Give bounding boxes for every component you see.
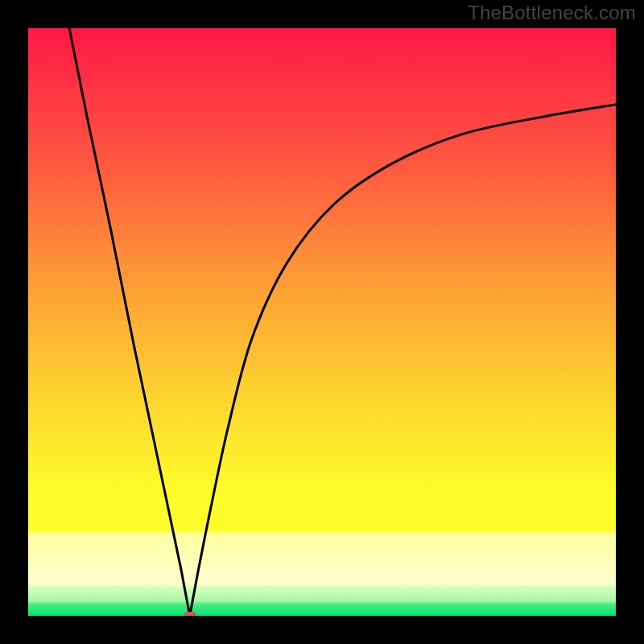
- optimal-point-marker: [184, 612, 196, 616]
- bottleneck-curve: [28, 28, 616, 616]
- plot-area: [28, 28, 616, 616]
- watermark-text: TheBottleneck.com: [468, 2, 636, 24]
- chart-frame: TheBottleneck.com: [0, 0, 644, 644]
